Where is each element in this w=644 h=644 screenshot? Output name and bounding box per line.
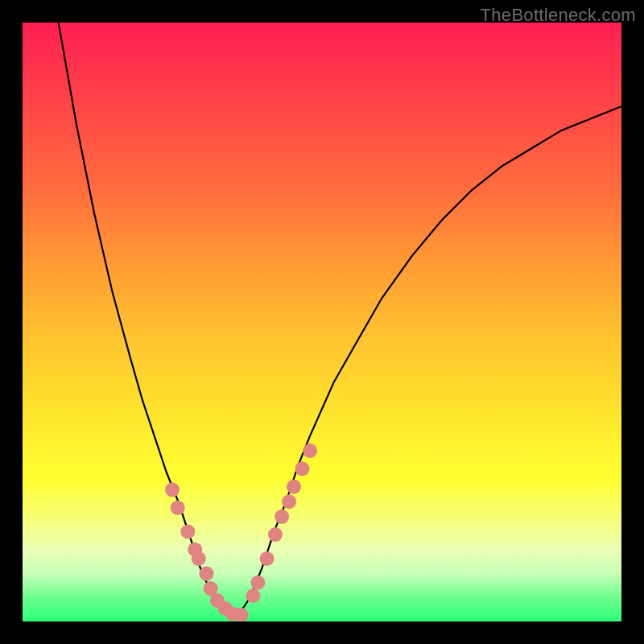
scatter-left-dots	[165, 482, 249, 621]
data-point	[180, 524, 195, 539]
data-point	[171, 501, 185, 515]
data-point	[295, 461, 309, 476]
data-point	[234, 608, 249, 621]
data-point	[250, 576, 265, 590]
data-point	[287, 480, 301, 494]
curve-left-branch	[59, 23, 238, 616]
scatter-right-dots	[246, 444, 317, 603]
data-point	[303, 444, 317, 458]
data-point	[260, 551, 275, 566]
data-point	[192, 551, 206, 566]
data-point	[246, 588, 260, 603]
data-point	[268, 527, 283, 542]
data-point	[282, 494, 296, 509]
data-point	[165, 482, 180, 497]
chart-svg	[23, 23, 621, 621]
data-point	[275, 510, 289, 524]
plot-area	[23, 23, 621, 621]
curve-right-branch	[238, 106, 621, 615]
data-point	[199, 566, 213, 580]
outer-frame: TheBottleneck.com	[0, 0, 644, 644]
